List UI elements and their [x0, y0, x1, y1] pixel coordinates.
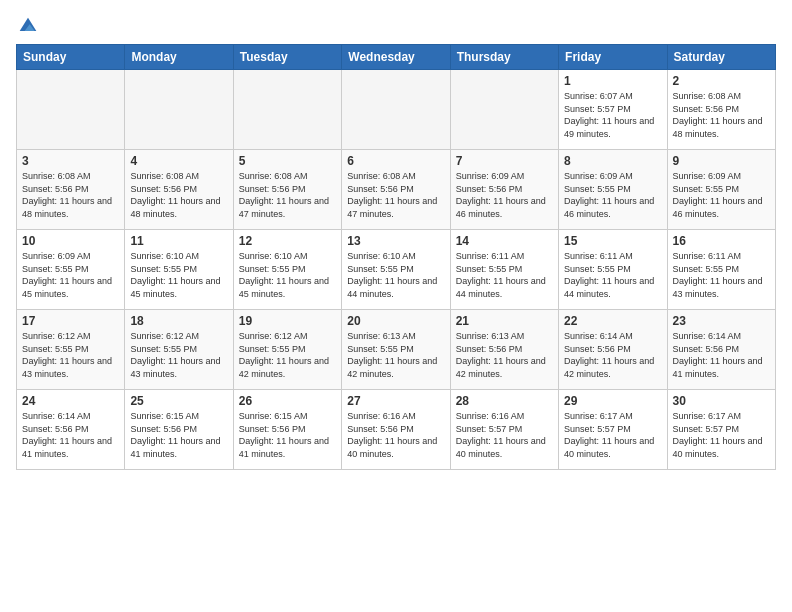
day-info: Sunrise: 6:08 AMSunset: 5:56 PMDaylight:…	[130, 170, 227, 220]
day-cell: 11Sunrise: 6:10 AMSunset: 5:55 PMDayligh…	[125, 230, 233, 310]
day-number: 28	[456, 394, 553, 408]
day-cell: 28Sunrise: 6:16 AMSunset: 5:57 PMDayligh…	[450, 390, 558, 470]
day-cell: 7Sunrise: 6:09 AMSunset: 5:56 PMDaylight…	[450, 150, 558, 230]
day-number: 30	[673, 394, 770, 408]
day-cell: 13Sunrise: 6:10 AMSunset: 5:55 PMDayligh…	[342, 230, 450, 310]
day-cell: 6Sunrise: 6:08 AMSunset: 5:56 PMDaylight…	[342, 150, 450, 230]
day-info: Sunrise: 6:11 AMSunset: 5:55 PMDaylight:…	[673, 250, 770, 300]
day-info: Sunrise: 6:08 AMSunset: 5:56 PMDaylight:…	[673, 90, 770, 140]
day-number: 4	[130, 154, 227, 168]
day-cell	[125, 70, 233, 150]
day-number: 11	[130, 234, 227, 248]
logo-icon	[18, 16, 38, 36]
day-number: 18	[130, 314, 227, 328]
day-number: 2	[673, 74, 770, 88]
weekday-saturday: Saturday	[667, 45, 775, 70]
day-info: Sunrise: 6:12 AMSunset: 5:55 PMDaylight:…	[239, 330, 336, 380]
day-cell: 19Sunrise: 6:12 AMSunset: 5:55 PMDayligh…	[233, 310, 341, 390]
day-info: Sunrise: 6:12 AMSunset: 5:55 PMDaylight:…	[130, 330, 227, 380]
day-cell: 12Sunrise: 6:10 AMSunset: 5:55 PMDayligh…	[233, 230, 341, 310]
day-info: Sunrise: 6:10 AMSunset: 5:55 PMDaylight:…	[347, 250, 444, 300]
week-row-1: 1Sunrise: 6:07 AMSunset: 5:57 PMDaylight…	[17, 70, 776, 150]
day-number: 26	[239, 394, 336, 408]
week-row-5: 24Sunrise: 6:14 AMSunset: 5:56 PMDayligh…	[17, 390, 776, 470]
day-cell: 3Sunrise: 6:08 AMSunset: 5:56 PMDaylight…	[17, 150, 125, 230]
day-number: 21	[456, 314, 553, 328]
day-info: Sunrise: 6:14 AMSunset: 5:56 PMDaylight:…	[564, 330, 661, 380]
day-cell	[17, 70, 125, 150]
day-info: Sunrise: 6:07 AMSunset: 5:57 PMDaylight:…	[564, 90, 661, 140]
day-cell: 25Sunrise: 6:15 AMSunset: 5:56 PMDayligh…	[125, 390, 233, 470]
day-cell: 26Sunrise: 6:15 AMSunset: 5:56 PMDayligh…	[233, 390, 341, 470]
day-cell: 17Sunrise: 6:12 AMSunset: 5:55 PMDayligh…	[17, 310, 125, 390]
day-cell: 9Sunrise: 6:09 AMSunset: 5:55 PMDaylight…	[667, 150, 775, 230]
day-cell: 18Sunrise: 6:12 AMSunset: 5:55 PMDayligh…	[125, 310, 233, 390]
day-info: Sunrise: 6:16 AMSunset: 5:56 PMDaylight:…	[347, 410, 444, 460]
day-cell: 30Sunrise: 6:17 AMSunset: 5:57 PMDayligh…	[667, 390, 775, 470]
day-number: 24	[22, 394, 119, 408]
week-row-3: 10Sunrise: 6:09 AMSunset: 5:55 PMDayligh…	[17, 230, 776, 310]
day-cell: 29Sunrise: 6:17 AMSunset: 5:57 PMDayligh…	[559, 390, 667, 470]
day-info: Sunrise: 6:10 AMSunset: 5:55 PMDaylight:…	[239, 250, 336, 300]
day-number: 20	[347, 314, 444, 328]
day-number: 25	[130, 394, 227, 408]
day-cell: 24Sunrise: 6:14 AMSunset: 5:56 PMDayligh…	[17, 390, 125, 470]
day-cell: 22Sunrise: 6:14 AMSunset: 5:56 PMDayligh…	[559, 310, 667, 390]
day-cell: 5Sunrise: 6:08 AMSunset: 5:56 PMDaylight…	[233, 150, 341, 230]
day-cell	[342, 70, 450, 150]
day-number: 19	[239, 314, 336, 328]
day-info: Sunrise: 6:12 AMSunset: 5:55 PMDaylight:…	[22, 330, 119, 380]
day-number: 5	[239, 154, 336, 168]
day-cell	[233, 70, 341, 150]
page: SundayMondayTuesdayWednesdayThursdayFrid…	[0, 0, 792, 480]
day-info: Sunrise: 6:11 AMSunset: 5:55 PMDaylight:…	[456, 250, 553, 300]
day-number: 12	[239, 234, 336, 248]
day-number: 23	[673, 314, 770, 328]
day-number: 6	[347, 154, 444, 168]
day-number: 29	[564, 394, 661, 408]
day-info: Sunrise: 6:13 AMSunset: 5:56 PMDaylight:…	[456, 330, 553, 380]
day-number: 14	[456, 234, 553, 248]
day-info: Sunrise: 6:11 AMSunset: 5:55 PMDaylight:…	[564, 250, 661, 300]
day-info: Sunrise: 6:10 AMSunset: 5:55 PMDaylight:…	[130, 250, 227, 300]
day-info: Sunrise: 6:16 AMSunset: 5:57 PMDaylight:…	[456, 410, 553, 460]
day-cell: 10Sunrise: 6:09 AMSunset: 5:55 PMDayligh…	[17, 230, 125, 310]
day-cell	[450, 70, 558, 150]
day-number: 1	[564, 74, 661, 88]
day-number: 3	[22, 154, 119, 168]
weekday-thursday: Thursday	[450, 45, 558, 70]
weekday-friday: Friday	[559, 45, 667, 70]
day-info: Sunrise: 6:17 AMSunset: 5:57 PMDaylight:…	[673, 410, 770, 460]
day-info: Sunrise: 6:17 AMSunset: 5:57 PMDaylight:…	[564, 410, 661, 460]
week-row-4: 17Sunrise: 6:12 AMSunset: 5:55 PMDayligh…	[17, 310, 776, 390]
header	[16, 16, 776, 36]
day-cell: 14Sunrise: 6:11 AMSunset: 5:55 PMDayligh…	[450, 230, 558, 310]
day-info: Sunrise: 6:13 AMSunset: 5:55 PMDaylight:…	[347, 330, 444, 380]
day-cell: 20Sunrise: 6:13 AMSunset: 5:55 PMDayligh…	[342, 310, 450, 390]
weekday-wednesday: Wednesday	[342, 45, 450, 70]
day-cell: 23Sunrise: 6:14 AMSunset: 5:56 PMDayligh…	[667, 310, 775, 390]
logo	[16, 16, 38, 36]
day-cell: 8Sunrise: 6:09 AMSunset: 5:55 PMDaylight…	[559, 150, 667, 230]
day-cell: 27Sunrise: 6:16 AMSunset: 5:56 PMDayligh…	[342, 390, 450, 470]
weekday-tuesday: Tuesday	[233, 45, 341, 70]
day-info: Sunrise: 6:09 AMSunset: 5:55 PMDaylight:…	[673, 170, 770, 220]
day-info: Sunrise: 6:14 AMSunset: 5:56 PMDaylight:…	[22, 410, 119, 460]
weekday-sunday: Sunday	[17, 45, 125, 70]
day-info: Sunrise: 6:09 AMSunset: 5:55 PMDaylight:…	[22, 250, 119, 300]
day-cell: 2Sunrise: 6:08 AMSunset: 5:56 PMDaylight…	[667, 70, 775, 150]
weekday-header-row: SundayMondayTuesdayWednesdayThursdayFrid…	[17, 45, 776, 70]
day-number: 10	[22, 234, 119, 248]
day-info: Sunrise: 6:14 AMSunset: 5:56 PMDaylight:…	[673, 330, 770, 380]
day-cell: 1Sunrise: 6:07 AMSunset: 5:57 PMDaylight…	[559, 70, 667, 150]
calendar: SundayMondayTuesdayWednesdayThursdayFrid…	[16, 44, 776, 470]
day-number: 15	[564, 234, 661, 248]
day-number: 22	[564, 314, 661, 328]
day-info: Sunrise: 6:08 AMSunset: 5:56 PMDaylight:…	[347, 170, 444, 220]
day-cell: 15Sunrise: 6:11 AMSunset: 5:55 PMDayligh…	[559, 230, 667, 310]
day-number: 17	[22, 314, 119, 328]
day-number: 13	[347, 234, 444, 248]
day-cell: 16Sunrise: 6:11 AMSunset: 5:55 PMDayligh…	[667, 230, 775, 310]
day-number: 9	[673, 154, 770, 168]
week-row-2: 3Sunrise: 6:08 AMSunset: 5:56 PMDaylight…	[17, 150, 776, 230]
